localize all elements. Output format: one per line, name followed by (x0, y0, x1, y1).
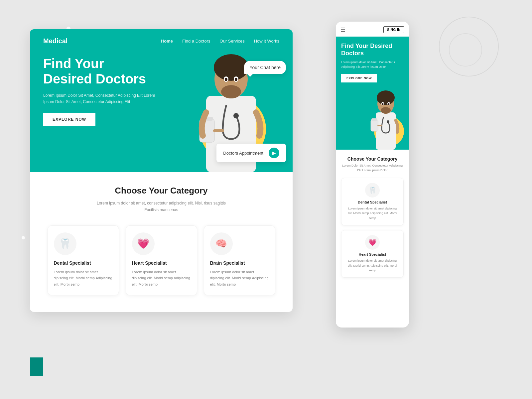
brain-card-text: Lorem ipsum dolor sit amet dipiscing eli… (210, 269, 269, 288)
mobile-dental-text: Lorem ipsum dolor sit amet dipiscing eli… (346, 206, 399, 220)
deco-dot-right (22, 236, 25, 239)
hero-content: Find Your Desired Doctors Lorem Ipsum Do… (43, 56, 156, 126)
chat-bubble: Your Chat here (244, 61, 286, 74)
svg-rect-21 (371, 120, 378, 131)
svg-point-15 (381, 107, 391, 114)
mobile-category-section: Choose Your Category Lorem Dolor Sit Ame… (336, 150, 409, 288)
appointment-label: Doctors Appointment (223, 151, 263, 156)
svg-point-14 (377, 90, 395, 105)
mobile-header: ☰ SING IN (336, 22, 409, 37)
hero-title: Find Your Desired Doctors (43, 56, 156, 86)
dental-card-title: Dental Specialist (54, 260, 113, 266)
mobile-tooth-icon-wrap: 🦷 (365, 183, 380, 198)
tooth-icon: 🦷 (59, 238, 71, 249)
explore-now-button[interactable]: EXPLORE NOW (43, 113, 95, 126)
svg-point-3 (221, 85, 241, 98)
brand-logo: Medical (43, 37, 67, 45)
mobile-hero-section: Find Your Desired Doctors Lorem ipsum do… (336, 37, 409, 150)
appointment-bar[interactable]: Doctors Appointment ▶ (216, 144, 286, 162)
category-section-title: Choose Your Category (43, 186, 279, 196)
mobile-dental-title: Dental Specialist (346, 200, 399, 204)
dental-card-text: Lorem ipsum dolor sit amet dipiscing eli… (54, 269, 113, 288)
svg-point-7 (235, 78, 237, 81)
svg-point-18 (382, 103, 384, 105)
svg-point-8 (233, 113, 239, 118)
dental-icon-wrap: 🦷 (54, 232, 76, 255)
mobile-hero-title: Find Your Desired Doctors (341, 43, 404, 57)
deco-circle-right-2 (449, 33, 482, 66)
mobile-heart-text: Lorem ipsum dolor sit amet dipiscing eli… (346, 258, 399, 273)
heart-icon: 💗 (137, 238, 149, 249)
dental-specialist-card[interactable]: 🦷 Dental Specialist Lorem ipsum dolor si… (48, 225, 119, 295)
mobile-doctor-illustration (364, 83, 407, 150)
heart-card-text: Lorem ipsum dolor sit amet dipiscing eli… (132, 269, 191, 288)
brain-icon: 🧠 (215, 238, 227, 249)
brain-icon-wrap: 🧠 (210, 232, 233, 255)
mobile-mockup: ☰ SING IN Find Your Desired Doctors Lore… (336, 22, 409, 328)
heart-icon-wrap: 💗 (132, 232, 155, 255)
deco-square (30, 357, 43, 376)
hero-title-line1: Find Your (43, 56, 104, 71)
mobile-dental-card[interactable]: 🦷 Dental Specialist Lorem ipsum dolor si… (341, 178, 404, 225)
appointment-play-button[interactable]: ▶ (269, 148, 279, 158)
brain-specialist-card[interactable]: 🧠 Brain Specialist Lorem ipsum dolor sit… (204, 225, 275, 295)
heart-card-title: Heart Specialist (132, 260, 191, 266)
svg-point-6 (225, 78, 227, 81)
svg-point-19 (388, 103, 390, 105)
heart-specialist-card[interactable]: 💗 Heart Specialist Lorem ipsum dolor sit… (126, 225, 197, 295)
hero-section: Medical Home Find a Doctors Our Services… (30, 29, 293, 172)
svg-point-20 (387, 120, 389, 123)
svg-rect-22 (371, 118, 377, 121)
desktop-mockup: Medical Home Find a Doctors Our Services… (30, 29, 293, 312)
hero-description: Lorem Ipsum Dolor Sit Amet, Consectetur … (43, 92, 156, 105)
brain-card-title: Brain Specialist (210, 260, 269, 266)
mobile-category-title: Choose Your Category (341, 156, 404, 162)
mobile-signin-button[interactable]: SING IN (383, 26, 404, 33)
mobile-doctor-area (359, 76, 409, 150)
category-section-desc: Lorem ipsum dolor sit amet, consectetur … (43, 200, 279, 213)
mobile-menu-icon[interactable]: ☰ (340, 27, 345, 33)
mobile-heart-icon-wrap: 💗 (365, 235, 380, 250)
chat-bubble-text: Your Chat here (249, 65, 281, 70)
svg-point-2 (214, 54, 248, 81)
mobile-heart-card[interactable]: 💗 Heart Specialist Lorem ipsum dolor sit… (341, 230, 404, 278)
mobile-category-desc: Lorem Dolor Sit Amet, Consectetur Adipis… (341, 164, 404, 173)
mobile-hero-desc: Lorem ipsum dolor sit Amet, Consectetur … (341, 60, 404, 69)
svg-rect-12 (376, 112, 396, 150)
category-cards-container: 🦷 Dental Specialist Lorem ipsum dolor si… (43, 225, 279, 295)
mobile-tooth-icon: 🦷 (368, 186, 377, 194)
hero-title-line2: Desired Doctors (43, 71, 146, 86)
mobile-heart-title: Heart Specialist (346, 252, 399, 256)
category-section: Choose Your Category Lorem ipsum dolor s… (30, 172, 293, 305)
mobile-heart-icon: 💗 (368, 238, 377, 246)
